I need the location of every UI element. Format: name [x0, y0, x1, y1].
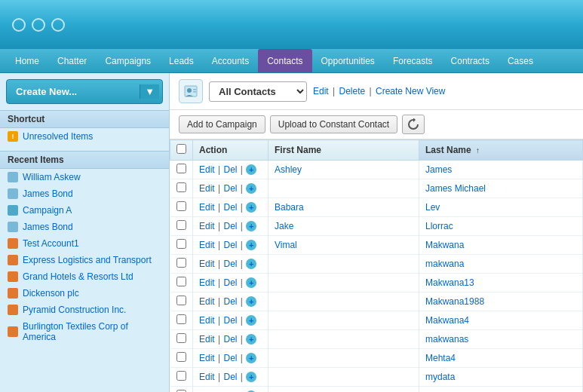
sidebar-recent-item[interactable]: Burlington Textiles Corp of America: [0, 318, 169, 345]
first-name-link[interactable]: Ashley: [275, 164, 302, 175]
sidebar-recent-item[interactable]: Express Logistics and Transport: [0, 252, 169, 268]
first-name-link[interactable]: Jake: [275, 221, 293, 231]
sidebar-recent-item[interactable]: Grand Hotels & Resorts Ltd: [0, 268, 169, 285]
nav-contracts[interactable]: Contracts: [442, 49, 499, 72]
recent-item-link[interactable]: Test Account1: [23, 238, 79, 249]
refresh-button[interactable]: [402, 115, 425, 134]
row-checkbox[interactable]: [176, 239, 186, 249]
row-checkbox[interactable]: [176, 182, 186, 192]
last-name-link[interactable]: Makwana: [425, 240, 464, 250]
add-btn[interactable]: +: [246, 183, 256, 194]
edit-link[interactable]: Edit: [199, 296, 215, 307]
nav-forecasts[interactable]: Forecasts: [384, 49, 442, 72]
nav-home[interactable]: Home: [6, 49, 48, 72]
col-header-firstname[interactable]: First Name: [268, 140, 419, 161]
nav-contacts[interactable]: Contacts: [258, 49, 311, 72]
edit-link[interactable]: Edit: [199, 259, 215, 269]
edit-link[interactable]: Edit: [199, 372, 215, 382]
delete-view-link[interactable]: Delete: [339, 86, 365, 96]
del-link[interactable]: Del: [223, 372, 237, 382]
del-link[interactable]: Del: [223, 315, 237, 326]
row-checkbox[interactable]: [176, 220, 186, 230]
last-name-link[interactable]: Makwana4: [425, 315, 469, 326]
edit-link[interactable]: Edit: [199, 240, 215, 250]
row-checkbox[interactable]: [176, 371, 186, 381]
add-btn[interactable]: +: [246, 202, 256, 213]
edit-link[interactable]: Edit: [199, 164, 215, 175]
sidebar-recent-item[interactable]: Test Account1: [0, 235, 169, 252]
col-header-lastname[interactable]: Last Name ↑: [419, 140, 583, 161]
del-link[interactable]: Del: [223, 240, 237, 250]
sidebar-recent-item[interactable]: James Bond: [0, 185, 169, 202]
create-new-button[interactable]: Create New... ▼: [6, 79, 163, 104]
row-checkbox[interactable]: [176, 296, 186, 305]
last-name-link[interactable]: Makwana13: [425, 277, 474, 288]
add-btn[interactable]: +: [246, 334, 256, 345]
recent-item-link[interactable]: James Bond: [23, 188, 73, 199]
add-btn[interactable]: +: [246, 296, 256, 307]
nav-cases[interactable]: Cases: [499, 49, 542, 72]
sidebar-recent-item[interactable]: William Askew: [0, 169, 169, 185]
sidebar-recent-item[interactable]: James Bond: [0, 219, 169, 235]
first-name-link[interactable]: Babara: [275, 202, 304, 213]
edit-link[interactable]: Edit: [199, 353, 215, 363]
row-checkbox[interactable]: [176, 164, 186, 173]
add-btn[interactable]: +: [246, 372, 256, 382]
last-name-link[interactable]: makwana: [425, 259, 464, 269]
nav-opportunities[interactable]: Opportunities: [312, 49, 384, 72]
add-btn[interactable]: +: [246, 221, 256, 231]
create-new-view-link[interactable]: Create New View: [376, 86, 445, 96]
last-name-link[interactable]: makwanas: [425, 334, 468, 345]
add-btn[interactable]: +: [246, 277, 256, 288]
unresolved-items-link[interactable]: Unresolved Items: [23, 131, 93, 142]
row-checkbox[interactable]: [176, 277, 186, 286]
sidebar-recent-item[interactable]: Campaign A: [0, 202, 169, 219]
add-to-campaign-button[interactable]: Add to Campaign: [179, 115, 265, 133]
nav-chatter[interactable]: Chatter: [48, 49, 96, 72]
sidebar-recent-item[interactable]: Pyramid Construction Inc.: [0, 302, 169, 318]
sidebar-recent-item[interactable]: Dickenson plc: [0, 285, 169, 302]
row-checkbox[interactable]: [176, 201, 186, 211]
del-link[interactable]: Del: [223, 202, 237, 213]
add-btn[interactable]: +: [246, 240, 256, 250]
last-name-link[interactable]: James Michael: [425, 183, 486, 194]
nav-leads[interactable]: Leads: [160, 49, 203, 72]
unresolved-items-item[interactable]: ! Unresolved Items: [0, 128, 169, 145]
edit-link[interactable]: Edit: [199, 277, 215, 288]
first-name-link[interactable]: Vimal: [275, 240, 297, 250]
recent-item-link[interactable]: Dickenson plc: [23, 288, 79, 299]
del-link[interactable]: Del: [223, 221, 237, 231]
recent-item-link[interactable]: Campaign A: [23, 205, 72, 216]
upload-to-constant-contact-button[interactable]: Upload to Constant Contact: [270, 115, 397, 133]
del-link[interactable]: Del: [223, 164, 237, 175]
del-link[interactable]: Del: [223, 259, 237, 269]
recent-item-link[interactable]: Express Logistics and Transport: [23, 255, 152, 265]
view-dropdown[interactable]: All Contacts: [209, 81, 307, 102]
del-link[interactable]: Del: [223, 334, 237, 345]
last-name-link[interactable]: Llorrac: [425, 221, 453, 231]
last-name-link[interactable]: Lev: [425, 202, 440, 213]
edit-view-link[interactable]: Edit: [313, 86, 329, 96]
add-btn[interactable]: +: [246, 315, 256, 326]
last-name-link[interactable]: Mehta4: [425, 353, 456, 363]
nav-accounts[interactable]: Accounts: [203, 49, 258, 72]
last-name-link[interactable]: mydata: [425, 372, 455, 382]
add-btn[interactable]: +: [246, 259, 256, 269]
row-checkbox[interactable]: [176, 352, 186, 362]
select-all-checkbox[interactable]: [176, 144, 186, 154]
recent-item-link[interactable]: Burlington Textiles Corp of America: [23, 321, 161, 342]
row-checkbox[interactable]: [176, 258, 186, 268]
del-link[interactable]: Del: [223, 296, 237, 307]
edit-link[interactable]: Edit: [199, 315, 215, 326]
row-checkbox[interactable]: [176, 333, 186, 343]
last-name-link[interactable]: Makwana1988: [425, 296, 484, 307]
last-name-link[interactable]: James: [425, 164, 452, 175]
add-btn[interactable]: +: [246, 353, 256, 363]
add-btn[interactable]: +: [246, 164, 256, 175]
nav-campaigns[interactable]: Campaigns: [96, 49, 160, 72]
recent-item-link[interactable]: Grand Hotels & Resorts Ltd: [23, 271, 133, 282]
recent-item-link[interactable]: Pyramid Construction Inc.: [23, 305, 126, 315]
edit-link[interactable]: Edit: [199, 221, 215, 231]
row-checkbox[interactable]: [176, 314, 186, 324]
del-link[interactable]: Del: [223, 353, 237, 363]
